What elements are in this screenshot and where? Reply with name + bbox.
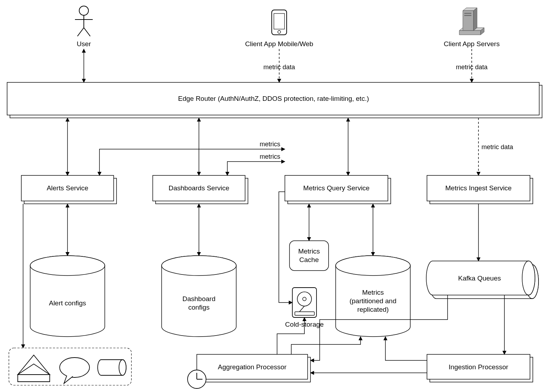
svg-rect-26 — [295, 312, 314, 315]
chat-icon — [60, 358, 90, 383]
dashboard-configs-label-2: configs — [188, 304, 210, 311]
svg-rect-14 — [464, 13, 471, 14]
metrics-db — [336, 256, 410, 337]
metric-data-label-2: metric data — [456, 64, 488, 71]
agg-label: Aggregation Processor — [218, 363, 287, 371]
metric-data-label-1: metric data — [263, 64, 295, 71]
cold-storage-icon — [292, 288, 316, 317]
svg-line-4 — [84, 28, 90, 36]
edge-ingest-to-metricsdb — [385, 337, 427, 360]
architecture-diagram: User Client App Mobile/Web Client App Se… — [0, 0, 552, 392]
edge-alerts-to-metricsquery — [99, 149, 285, 175]
kafka-label: Kafka Queues — [458, 274, 501, 282]
metrics-label-1: metrics — [260, 141, 280, 148]
metric-data-label-3: metric data — [481, 143, 513, 151]
mobile-icon — [272, 10, 287, 35]
svg-point-19 — [162, 256, 236, 276]
metrics-db-label-1: Metrics — [362, 289, 384, 296]
svg-marker-13 — [473, 8, 477, 31]
client-mobile-label: Client App Mobile/Web — [245, 40, 313, 48]
svg-rect-6 — [274, 13, 285, 29]
queue-icon — [98, 360, 126, 375]
mail-icon — [18, 355, 50, 382]
alerts-label: Alerts Service — [47, 184, 88, 192]
metrics-cache-box — [289, 241, 329, 271]
svg-point-21 — [336, 256, 410, 276]
metrics-ingest-label: Metrics Ingest Service — [445, 184, 512, 192]
user-icon — [75, 6, 93, 36]
svg-marker-9 — [459, 31, 481, 35]
metrics-cache-label-2: Cache — [299, 256, 319, 263]
metrics-db-label-3: replicated) — [357, 306, 389, 313]
alert-configs-label: Alert configs — [49, 299, 86, 307]
svg-point-30 — [522, 261, 535, 295]
ingest-proc-label: Ingestion Processor — [449, 363, 509, 371]
metrics-label-2: metrics — [260, 153, 280, 160]
server-icon — [459, 8, 484, 35]
edge-dashboards-to-metricsquery — [227, 162, 285, 175]
svg-point-0 — [79, 6, 88, 15]
metrics-query-label: Metrics Query Service — [303, 184, 370, 192]
dashboards-label: Dashboards Service — [168, 184, 229, 192]
svg-point-34 — [60, 358, 90, 377]
svg-rect-15 — [464, 15, 471, 16]
svg-point-17 — [30, 256, 105, 276]
edge-router-label: Edge Router (AuthN/AuthZ, DDOS protectio… — [178, 95, 369, 102]
dashboard-configs-label-1: Dashboard — [183, 295, 216, 303]
metrics-cache-label-1: Metrics — [298, 247, 320, 255]
client-servers-label: Client App Servers — [444, 40, 499, 48]
svg-marker-33 — [18, 364, 50, 375]
svg-line-3 — [77, 28, 84, 36]
user-label: User — [77, 40, 91, 48]
metrics-db-label-2: (partitioned and — [350, 297, 396, 305]
edge-agg-to-metricsdb — [291, 337, 361, 354]
alert-configs-db — [30, 256, 105, 337]
svg-point-36 — [119, 360, 126, 375]
